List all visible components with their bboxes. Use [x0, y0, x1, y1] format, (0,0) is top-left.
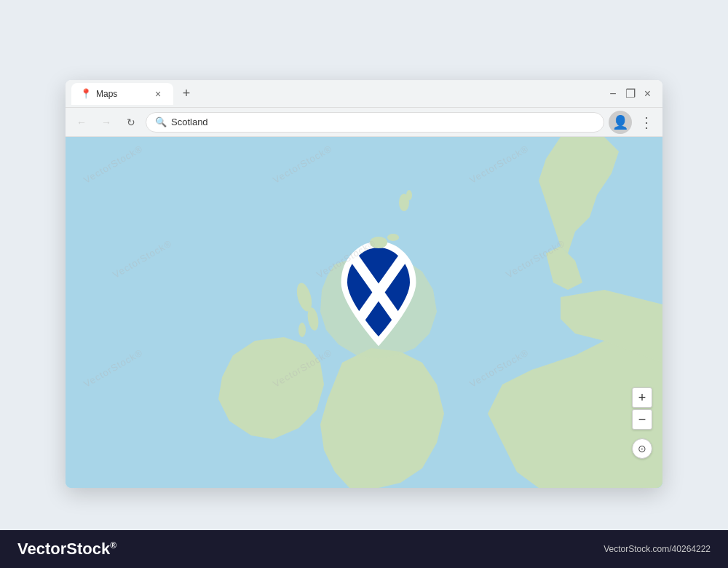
zoom-in-button[interactable]: +	[632, 387, 652, 408]
forward-button[interactable]: →	[96, 112, 116, 133]
window-controls: − ❐ ×	[609, 87, 657, 100]
map-area[interactable]: VectorStock® VectorStock® VectorStock® V…	[66, 137, 662, 488]
maps-pin-icon: 📍	[80, 88, 92, 99]
svg-point-10	[298, 323, 306, 337]
profile-button[interactable]: 👤	[609, 111, 632, 134]
search-text: Scotland	[171, 117, 208, 127]
zoom-controls: + −	[632, 387, 652, 430]
maximize-button[interactable]: ❐	[625, 87, 636, 100]
new-tab-button[interactable]: +	[176, 84, 197, 104]
zoom-out-button[interactable]: −	[632, 409, 652, 430]
omnibox[interactable]: 🔍 Scotland	[146, 112, 604, 133]
address-bar: ← → ↻ 🔍 Scotland 👤 ⋮	[66, 108, 662, 137]
minimize-button[interactable]: −	[609, 87, 616, 100]
vectorstock-url: VectorStock.com/40264222	[604, 544, 711, 554]
more-icon: ⋮	[639, 114, 654, 131]
browser-tab[interactable]: 📍 Maps ×	[71, 83, 173, 105]
vectorstock-logo: VectorStock®	[17, 540, 116, 559]
refresh-button[interactable]: ↻	[121, 112, 141, 133]
svg-point-7	[406, 190, 412, 200]
profile-icon: 👤	[612, 114, 628, 130]
browser-window: 📍 Maps × + − ❐ × ← → ↻ 🔍 Scotland 👤 ⋮	[66, 80, 662, 488]
svg-point-5	[387, 234, 399, 241]
back-button[interactable]: ←	[71, 112, 92, 133]
title-bar: 📍 Maps × + − ❐ ×	[66, 80, 662, 108]
more-options-button[interactable]: ⋮	[636, 112, 657, 133]
close-button[interactable]: ×	[644, 87, 651, 100]
tab-close-button[interactable]: ×	[151, 87, 165, 100]
tab-label: Maps	[96, 89, 117, 99]
location-icon: ⊙	[638, 443, 646, 454]
map-svg	[66, 137, 662, 488]
search-icon: 🔍	[155, 117, 167, 127]
bottom-bar: VectorStock® VectorStock.com/40264222	[0, 530, 728, 568]
my-location-button[interactable]: ⊙	[632, 438, 652, 459]
svg-point-4	[370, 237, 387, 248]
